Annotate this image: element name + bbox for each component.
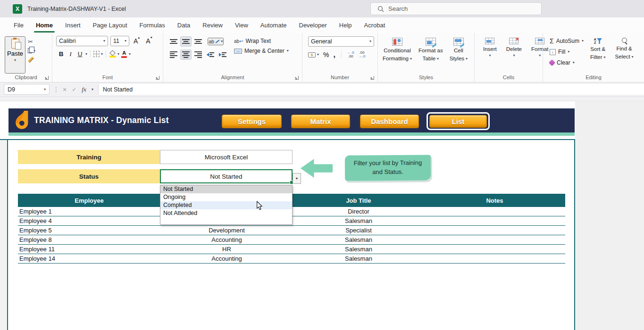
- borders-button[interactable]: [93, 51, 100, 57]
- align-right-button[interactable]: [192, 50, 204, 60]
- increase-font-size-button[interactable]: A▴: [132, 37, 142, 45]
- dropdown-option-not-started[interactable]: Not Started: [160, 185, 292, 193]
- middle-align-button[interactable]: [180, 36, 192, 47]
- chevron-down-icon[interactable]: ▾: [129, 52, 131, 56]
- bottom-align-button[interactable]: [192, 36, 204, 47]
- insert-cells-button[interactable]: Insert ▾: [480, 37, 500, 74]
- status-filter-value-cell[interactable]: Not Started: [160, 169, 293, 183]
- tab-home[interactable]: Home: [30, 22, 59, 33]
- more-options-icon: ⋮: [53, 86, 59, 93]
- help-note: Filter your list by Training and Status.: [345, 155, 431, 181]
- dropdown-option-ongoing[interactable]: Ongoing: [160, 193, 292, 201]
- increase-decimal-button[interactable]: ←.0.00: [347, 51, 354, 58]
- name-box[interactable]: D9▾: [4, 84, 50, 95]
- eraser-icon: [549, 59, 555, 66]
- enter-button[interactable]: ✓: [72, 86, 76, 93]
- table-row[interactable]: Employee 11HRSalesman: [18, 245, 565, 254]
- company-logo-icon: [13, 110, 30, 131]
- nav-settings-button[interactable]: Settings: [222, 115, 282, 128]
- dropdown-option-not-attended[interactable]: Not Attended: [160, 209, 292, 217]
- search-placeholder: Search: [388, 5, 408, 12]
- search-input[interactable]: Search: [370, 2, 542, 15]
- tab-view[interactable]: View: [229, 22, 254, 33]
- status-dropdown-button[interactable]: ▼: [293, 173, 301, 184]
- tab-insert[interactable]: Insert: [59, 22, 87, 33]
- mouse-cursor: [256, 201, 263, 210]
- insert-function-button[interactable]: fx: [82, 86, 86, 93]
- decrease-font-size-button[interactable]: A▾: [144, 37, 154, 45]
- nav-list-button[interactable]: List: [429, 115, 487, 128]
- tab-data[interactable]: Data: [171, 22, 196, 33]
- tab-file[interactable]: File: [8, 22, 30, 33]
- table-row[interactable]: Employee 5DevelopmentSpecialist: [18, 226, 565, 235]
- autosum-button[interactable]: ΣAutoSum▾: [550, 37, 584, 45]
- paste-button[interactable]: Paste ▾: [5, 36, 25, 74]
- tab-page-layout[interactable]: Page Layout: [87, 22, 134, 33]
- tab-developer[interactable]: Developer: [293, 22, 333, 33]
- formula-input[interactable]: Not Started: [98, 84, 644, 95]
- chevron-down-icon[interactable]: ▾: [85, 52, 87, 56]
- tab-review[interactable]: Review: [196, 22, 229, 33]
- font-name-select[interactable]: Calibri▾: [56, 36, 108, 46]
- accounting-format-button[interactable]: $▾: [308, 51, 319, 58]
- number-dialog-launcher-icon[interactable]: [370, 76, 374, 80]
- worksheet-area[interactable]: TRAINING MATRIX - Dynamic List Settings …: [0, 101, 644, 330]
- clipboard-dialog-launcher-icon[interactable]: [45, 76, 49, 80]
- title-bar: X Training-Matrix-DASHWAY-V1 - Excel Sea…: [0, 0, 644, 17]
- conditional-formatting-button[interactable]: Conditional Formatting▾: [380, 37, 415, 74]
- status-dropdown-list: Not Started Ongoing Completed Not Attend…: [160, 185, 293, 225]
- table-row[interactable]: Employee 14AccountingSalesman: [18, 254, 565, 264]
- window-title: Training-Matrix-DASHWAY-V1 - Excel: [27, 6, 126, 12]
- wrap-text-button[interactable]: ab↩ Wrap Text: [234, 38, 289, 44]
- alignment-dialog-launcher-icon[interactable]: [295, 76, 299, 80]
- orientation-button[interactable]: ab▾: [208, 38, 224, 45]
- ribbon-group-number: General▾ $▾ % , ←.0.00 .00→.0 Number: [302, 33, 377, 82]
- tab-formulas[interactable]: Formulas: [134, 22, 171, 33]
- top-align-button[interactable]: [168, 36, 179, 47]
- decrease-decimal-button[interactable]: .00→.0: [359, 51, 366, 58]
- comma-style-button[interactable]: ,: [333, 52, 335, 57]
- nav-matrix-button[interactable]: Matrix: [291, 115, 350, 128]
- bold-button[interactable]: B: [57, 50, 65, 58]
- ribbon-group-styles: Conditional Formatting▾ Format as Table▾…: [377, 33, 474, 82]
- chevron-down-icon[interactable]: ▾: [117, 52, 119, 56]
- font-color-button[interactable]: A: [121, 50, 127, 58]
- copy-button[interactable]: ▾: [28, 47, 35, 54]
- sort-filter-icon: AZ: [594, 38, 602, 44]
- table-row[interactable]: Employee 8AccountingSalesman: [18, 235, 565, 245]
- tab-automate[interactable]: Automate: [254, 22, 293, 33]
- chevron-down-icon: ▾: [287, 49, 289, 53]
- italic-button[interactable]: I: [67, 50, 75, 58]
- tab-help[interactable]: Help: [333, 22, 358, 33]
- align-center-button[interactable]: [180, 50, 192, 60]
- cancel-button[interactable]: ×: [63, 86, 67, 93]
- format-painter-button[interactable]: [28, 56, 35, 63]
- training-filter-label: Training: [18, 150, 160, 164]
- ribbon-group-font: Calibri▾ 11▾ A▴ A▾ B I U ▾ ▾ ▾ A ▾ Font: [52, 33, 163, 82]
- merge-center-button[interactable]: ↔ Merge & Center ▾: [234, 48, 289, 54]
- chevron-down-icon[interactable]: ▾: [101, 52, 103, 56]
- nav-dashboard-button[interactable]: Dashboard: [360, 115, 419, 128]
- cut-button[interactable]: ✂: [28, 38, 35, 45]
- sort-filter-button[interactable]: AZ Sort & Filter▾: [587, 37, 609, 74]
- font-size-select[interactable]: 11▾: [110, 36, 129, 46]
- percent-style-button[interactable]: %: [323, 51, 329, 58]
- fill-button[interactable]: ↓Fill▾: [550, 48, 584, 56]
- underline-button[interactable]: U: [76, 50, 84, 58]
- align-left-button[interactable]: [168, 50, 179, 60]
- wrap-text-icon: ab↩: [234, 39, 243, 44]
- font-dialog-launcher-icon[interactable]: [156, 76, 159, 80]
- header-notes: Notes: [424, 197, 565, 204]
- training-filter-value-cell[interactable]: Microsoft Excel: [160, 150, 293, 164]
- delete-cells-button[interactable]: Delete ▾: [503, 37, 525, 74]
- dropdown-option-completed[interactable]: Completed: [160, 201, 292, 209]
- fill-color-button[interactable]: [109, 51, 116, 58]
- number-format-select[interactable]: General▾: [308, 36, 374, 47]
- find-select-button[interactable]: Find & Select▾: [612, 37, 636, 74]
- clear-button[interactable]: Clear▾: [550, 58, 584, 67]
- tab-acrobat[interactable]: Acrobat: [358, 22, 392, 33]
- cell-styles-button[interactable]: Cell Styles▾: [447, 37, 470, 74]
- decrease-indent-button[interactable]: [205, 50, 216, 60]
- increase-indent-button[interactable]: [217, 50, 228, 60]
- format-as-table-button[interactable]: Format as Table▾: [416, 37, 446, 74]
